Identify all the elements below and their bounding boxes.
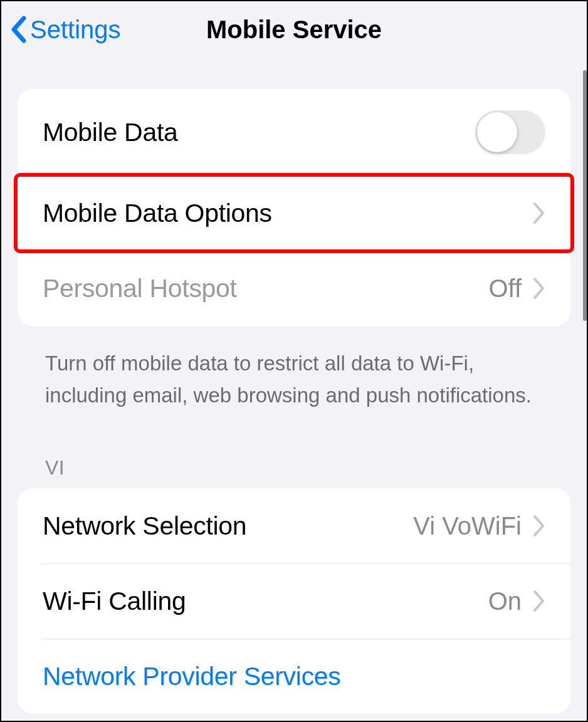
group1-footer: Turn off mobile data to restrict all dat… <box>18 338 570 411</box>
chevron-right-icon <box>533 515 545 537</box>
wifi-calling-value: On <box>488 587 522 615</box>
mobile-data-options-label: Mobile Data Options <box>43 199 272 228</box>
back-label: Settings <box>30 16 121 44</box>
chevron-right-icon <box>533 202 545 224</box>
row-network-selection[interactable]: Network Selection Vi VoWiFi <box>18 488 570 563</box>
personal-hotspot-value: Off <box>488 275 522 303</box>
section-header-vi: VI <box>18 411 570 488</box>
network-provider-services-label: Network Provider Services <box>43 662 341 691</box>
chevron-right-icon <box>533 590 545 612</box>
row-mobile-data-options[interactable]: Mobile Data Options <box>18 175 570 251</box>
scroll-indicator[interactable] <box>583 70 587 321</box>
group-network: Network Selection Vi VoWiFi Wi-Fi Callin… <box>18 488 570 714</box>
group-mobile-data: Mobile Data Mobile Data Options Personal… <box>18 89 570 326</box>
page-title: Mobile Service <box>206 16 382 44</box>
chevron-right-icon <box>533 277 545 300</box>
row-wifi-calling[interactable]: Wi-Fi Calling On <box>18 563 570 639</box>
toggle-knob <box>477 112 517 152</box>
nav-header: Settings Mobile Service <box>1 1 587 64</box>
network-selection-value: Vi VoWiFi <box>413 512 522 540</box>
row-personal-hotspot[interactable]: Personal Hotspot Off <box>18 251 570 326</box>
chevron-left-icon <box>10 16 28 43</box>
row-network-provider-services[interactable]: Network Provider Services <box>18 639 570 714</box>
wifi-calling-label: Wi-Fi Calling <box>43 587 186 616</box>
content: Mobile Data Mobile Data Options Personal… <box>1 64 587 714</box>
row-mobile-data[interactable]: Mobile Data <box>18 89 570 175</box>
mobile-data-label: Mobile Data <box>43 118 177 147</box>
mobile-data-toggle[interactable] <box>475 110 545 154</box>
personal-hotspot-label: Personal Hotspot <box>43 274 237 303</box>
network-selection-label: Network Selection <box>43 511 246 541</box>
back-button[interactable]: Settings <box>10 16 121 44</box>
